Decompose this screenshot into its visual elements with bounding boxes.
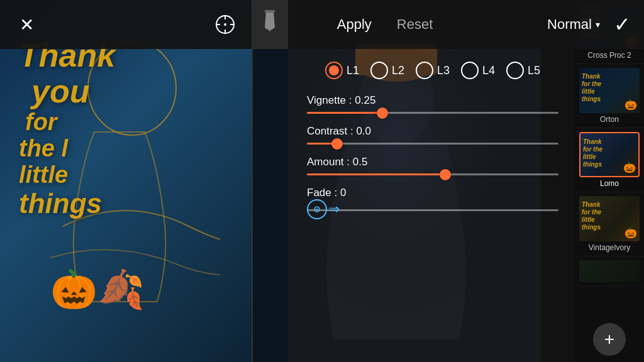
- fade-track[interactable]: [307, 209, 558, 211]
- fade-circle-icon: [307, 199, 327, 219]
- blend-mode-selector[interactable]: Normal ▾: [547, 16, 600, 33]
- filter-thumb-lomo: Thankfor thelittlethings 🎃: [579, 132, 640, 177]
- filter-label-vintagelvory: VintageIvory: [589, 243, 631, 252]
- amount-slider-group: Amount : 0.5: [307, 156, 558, 175]
- chevron-down-icon: ▾: [596, 19, 600, 30]
- brush-icon[interactable]: [261, 10, 279, 39]
- vignette-slider-group: Vignette : 0.25: [307, 94, 558, 114]
- top-bar: ✕ Apply Reset Normal: [0, 0, 644, 49]
- svg-rect-12: [265, 10, 275, 13]
- filter-label-orton: Orton: [600, 115, 619, 124]
- contrast-slider-group: Contrast : 0.0: [307, 125, 558, 145]
- svg-point-14: [316, 209, 318, 211]
- pumpkin-decoration: 🎃🍂: [50, 267, 145, 312]
- reset-button[interactable]: Reset: [397, 16, 433, 33]
- vignette-thumb[interactable]: [377, 107, 388, 119]
- target-button[interactable]: [211, 11, 239, 38]
- layer-l5[interactable]: L5: [506, 62, 540, 79]
- vignette-track[interactable]: [307, 112, 558, 114]
- contrast-track[interactable]: [307, 143, 558, 145]
- layer-l4[interactable]: L4: [461, 62, 495, 79]
- filter-vintagelvory[interactable]: Thankfor thelittlethings 🎃 VintageIvory: [575, 192, 644, 256]
- filter-thumb-vintagelvory: Thankfor thelittlethings 🎃: [579, 196, 640, 241]
- layer-selector-row: L1 L2 L3 L4 L5: [307, 62, 558, 79]
- vignette-label: Vignette : 0.25: [307, 94, 558, 107]
- layer-l2-radio[interactable]: [370, 62, 388, 79]
- layer-l1-radio[interactable]: [325, 62, 343, 79]
- filter-thumb-next: [579, 260, 640, 282]
- layer-l3-radio[interactable]: [416, 62, 433, 79]
- contrast-label: Contrast : 0.0: [307, 125, 558, 138]
- amount-thumb[interactable]: [440, 169, 451, 180]
- fade-slider-group: Fade : 0 ⇒: [307, 187, 558, 232]
- controls-panel: L1 L2 L3 L4 L5 Vignette : 0.25 Contrast …: [288, 49, 577, 362]
- fade-arrow-icon: ⇒: [328, 201, 340, 217]
- layer-l2-label: L2: [392, 64, 404, 77]
- filter-orton[interactable]: Thankfor thelittlethings 🎃 Orton: [575, 64, 644, 128]
- panel-divider: [252, 0, 253, 362]
- filter-next-partial[interactable]: [575, 256, 644, 287]
- layer-l4-label: L4: [482, 64, 495, 77]
- right-filter-panel: Thankfor thelittlethings 🎃 Cross Proc 2 …: [575, 0, 644, 362]
- filter-thumb-orton: Thankfor thelittlethings 🎃: [579, 68, 640, 113]
- layer-l1[interactable]: L1: [325, 62, 359, 79]
- layer-l2[interactable]: L2: [370, 62, 404, 79]
- filter-lomo[interactable]: Thankfor thelittlethings 🎃 Lomo: [575, 128, 644, 192]
- contrast-thumb[interactable]: [331, 138, 343, 150]
- apply-button[interactable]: Apply: [337, 16, 372, 33]
- layer-l3[interactable]: L3: [416, 62, 450, 79]
- image-text-overlay: Thank you for the l little things: [19, 38, 115, 219]
- left-image-panel: Thank you for the l little things 🎃🍂: [0, 0, 252, 362]
- add-filter-button[interactable]: +: [593, 323, 626, 356]
- layer-l3-label: L3: [437, 64, 450, 77]
- svg-point-7: [224, 23, 226, 26]
- fade-track-container: ⇒: [307, 209, 558, 232]
- fade-thumb-icon[interactable]: ⇒: [307, 199, 340, 219]
- layer-l5-label: L5: [528, 64, 540, 77]
- layer-l4-radio[interactable]: [461, 62, 479, 79]
- filter-label-lomo: Lomo: [600, 179, 619, 188]
- brush-tool-area: [252, 0, 288, 49]
- amount-track[interactable]: [307, 173, 558, 175]
- layer-l5-radio[interactable]: [506, 62, 524, 79]
- top-bar-left: ✕: [0, 11, 252, 38]
- fade-label: Fade : 0: [307, 187, 558, 199]
- top-bar-center: Apply Reset: [252, 16, 518, 33]
- confirm-button[interactable]: ✓: [606, 9, 638, 40]
- layer-l1-label: L1: [347, 64, 359, 77]
- blend-mode-label: Normal: [547, 16, 592, 33]
- filter-label-cross-proc-2: Cross Proc 2: [587, 51, 631, 60]
- amount-fill: [307, 173, 445, 175]
- top-bar-right: Normal ▾ ✓: [518, 9, 644, 40]
- close-button[interactable]: ✕: [13, 11, 40, 38]
- amount-label: Amount : 0.5: [307, 156, 558, 168]
- vignette-fill: [307, 112, 382, 114]
